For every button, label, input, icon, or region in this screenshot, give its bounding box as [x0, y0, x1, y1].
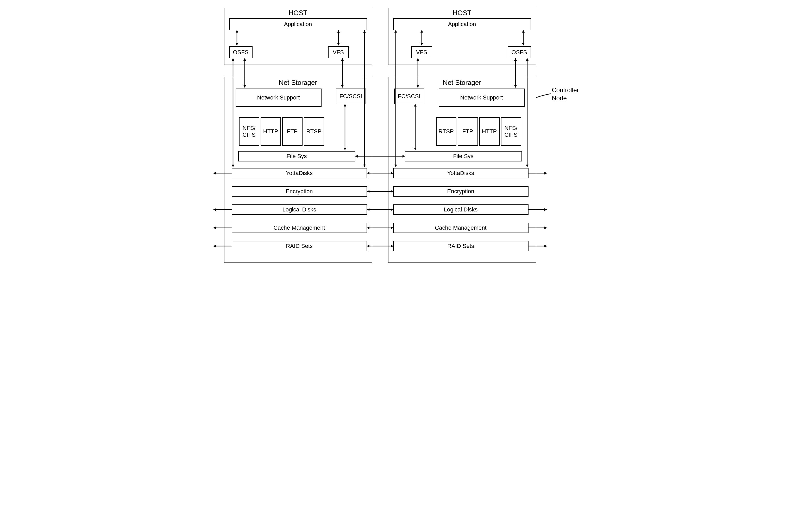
vfs-right-label: VFS: [416, 49, 427, 56]
host-left-title: HOST: [224, 9, 372, 17]
layer-left-4: RAID Sets: [232, 241, 367, 251]
layer-left-3: Cache Management: [232, 223, 367, 233]
proto-left-2-label: FTP: [287, 128, 298, 135]
layer-right-4: RAID Sets: [393, 241, 529, 251]
layer-right-3-label: Cache Management: [435, 225, 486, 231]
proto-left-2: FTP: [282, 117, 302, 146]
proto-right-1-label: FTP: [462, 128, 473, 135]
architecture-diagram: HOST Application OSFS VFS HOST Applicati…: [198, 5, 588, 271]
filesys-left-label: File Sys: [286, 153, 307, 160]
application-right-label: Application: [448, 21, 476, 28]
storager-left-title: Net Storager: [224, 79, 372, 87]
proto-left-0: NFS/ CIFS: [239, 117, 259, 146]
vfs-left-label: VFS: [333, 49, 344, 56]
network-support-right-label: Network Support: [460, 94, 503, 101]
layer-right-1-label: Encryption: [447, 188, 475, 195]
vfs-left: VFS: [328, 46, 349, 58]
filesys-right-label: File Sys: [453, 153, 473, 160]
layer-left-2-label: Logical Disks: [282, 206, 316, 213]
fc-scsi-left-label: FC/SCSI: [340, 93, 362, 100]
vfs-right: VFS: [411, 46, 432, 58]
network-support-left: Network Support: [236, 89, 322, 107]
layer-left-0: YottaDisks: [232, 168, 367, 178]
layer-right-4-label: RAID Sets: [447, 243, 474, 250]
layer-left-1-label: Encryption: [286, 188, 313, 195]
fc-scsi-right: FC/SCSI: [394, 89, 424, 104]
proto-left-1-label: HTTP: [263, 128, 278, 135]
controller-node-label: Controller Node: [552, 86, 588, 102]
proto-right-0: RTSP: [436, 117, 456, 146]
layer-right-2: Logical Disks: [393, 204, 529, 215]
application-left-label: Application: [284, 21, 312, 28]
layer-left-1: Encryption: [232, 186, 367, 196]
layer-left-0-label: YottaDisks: [286, 170, 313, 177]
proto-right-3: NFS/ CIFS: [501, 117, 521, 146]
fc-scsi-left: FC/SCSI: [336, 89, 366, 104]
fc-scsi-right-label: FC/SCSI: [398, 93, 420, 100]
layer-right-2-label: Logical Disks: [444, 206, 478, 213]
proto-left-1: HTTP: [261, 117, 281, 146]
layer-right-0: YottaDisks: [393, 168, 529, 178]
layer-right-3: Cache Management: [393, 223, 529, 233]
proto-right-2-label: HTTP: [482, 128, 497, 135]
osfs-right: OSFS: [508, 46, 531, 58]
proto-left-3: RTSP: [304, 117, 324, 146]
filesys-right: File Sys: [405, 151, 522, 161]
application-left: Application: [229, 18, 367, 30]
proto-right-2: HTTP: [479, 117, 500, 146]
proto-right-1: FTP: [458, 117, 478, 146]
proto-right-3-label: NFS/ CIFS: [504, 125, 517, 138]
network-support-left-label: Network Support: [257, 94, 300, 101]
proto-left-0-label: NFS/ CIFS: [242, 125, 255, 138]
storager-right-title: Net Storager: [388, 79, 536, 87]
layer-left-2: Logical Disks: [232, 204, 367, 215]
host-right-title: HOST: [388, 9, 536, 17]
proto-right-0-label: RTSP: [438, 128, 454, 135]
layer-left-4-label: RAID Sets: [286, 243, 313, 250]
layer-right-0-label: YottaDisks: [447, 170, 474, 177]
filesys-left: File Sys: [238, 151, 355, 161]
layer-right-1: Encryption: [393, 186, 529, 196]
osfs-right-label: OSFS: [512, 49, 527, 56]
proto-left-3-label: RTSP: [306, 128, 321, 135]
osfs-left: OSFS: [229, 46, 253, 58]
layer-left-3-label: Cache Management: [273, 225, 325, 231]
network-support-right: Network Support: [439, 89, 525, 107]
osfs-left-label: OSFS: [233, 49, 249, 56]
application-right: Application: [393, 18, 531, 30]
